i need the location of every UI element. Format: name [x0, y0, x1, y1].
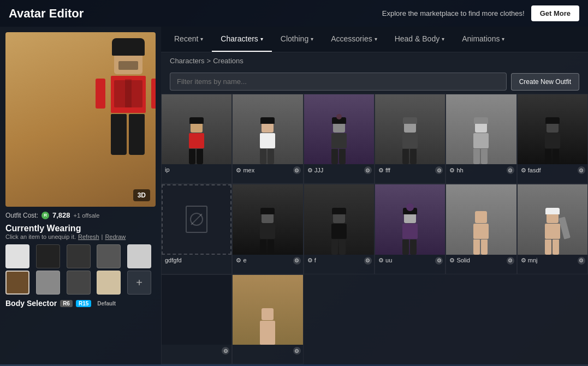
outfit-card-extra[interactable]: ⚙ — [161, 274, 232, 364]
gear-icon-hh[interactable]: ⚙ — [507, 166, 514, 174]
outfit-cost-label: Outfit Cost: — [5, 212, 38, 219]
outfit-thumb-jjj — [304, 94, 374, 164]
gear-icon-fff[interactable]: ⚙ — [435, 166, 443, 174]
gear-icon-fasdf[interactable]: ⚙ — [578, 166, 585, 174]
outfit-card-solid[interactable]: ⚙ Solid ⚙ — [446, 184, 516, 274]
breadcrumb-separator: > — [207, 57, 211, 65]
right-arm — [151, 79, 156, 109]
outfit-card-fff[interactable]: ⚙ fff ⚙ — [375, 94, 446, 184]
worn-item-3[interactable] — [67, 244, 91, 268]
tab-accessories-label: Accessories — [331, 34, 372, 43]
worn-item-7[interactable] — [36, 271, 60, 295]
default-badge: Default — [94, 300, 118, 307]
worn-items-grid: + — [5, 244, 156, 295]
breadcrumb: Characters > Creations — [161, 52, 588, 69]
outfit-label-e: ⚙ e ⚙ — [233, 255, 302, 267]
outfit-thumb-f — [304, 184, 374, 254]
outfit-thumb-extra — [162, 275, 231, 345]
tab-head-body-chevron: ▾ — [442, 36, 444, 42]
outfit-card-gdfgfd[interactable]: gdfgfd — [161, 184, 232, 274]
outfit-card-row3-1[interactable]: ⚙ — [232, 274, 303, 364]
outfit-cost-value: 7,828 — [52, 211, 70, 219]
outfit-label-ip: ip — [162, 164, 231, 175]
top-bar-right: Explore the marketplace to find more clo… — [382, 5, 579, 21]
left-arm — [96, 79, 105, 109]
worn-item-9[interactable] — [97, 271, 121, 295]
tab-head-body[interactable]: Head & Body ▾ — [386, 27, 454, 52]
outfit-card-uu[interactable]: ⚙ uu ⚙ — [375, 184, 446, 274]
outfit-label-jjj: ⚙ JJJ ⚙ — [304, 164, 374, 176]
outfit-card-mnj[interactable]: ⚙ mnj ⚙ — [517, 184, 588, 274]
outfit-thumb-fasdf — [518, 94, 587, 164]
head — [114, 46, 142, 74]
outfit-label-fasdf: ⚙ fasdf ⚙ — [518, 164, 587, 176]
gear-icon-row3-1[interactable]: ⚙ — [293, 347, 301, 355]
gear-icon-e[interactable]: ⚙ — [293, 257, 301, 265]
outfit-label-hh: ⚙ hh ⚙ — [446, 164, 516, 176]
outfits-grid: ip — [161, 94, 588, 364]
worn-item-5[interactable] — [127, 244, 151, 268]
gear-icon-mnj[interactable]: ⚙ — [578, 257, 585, 265]
redraw-link[interactable]: Redraw — [105, 233, 126, 240]
torso — [111, 76, 146, 113]
outfit-card-mex[interactable]: ⚙ mex ⚙ — [232, 94, 303, 184]
tab-clothing[interactable]: Clothing ▾ — [272, 27, 322, 52]
gear-icon-solid[interactable]: ⚙ — [507, 257, 514, 265]
worn-item-8[interactable] — [67, 271, 91, 295]
outfit-thumb-row3-1 — [233, 275, 302, 345]
currently-wearing-section: Currently Wearing Click an item to unequ… — [5, 224, 156, 240]
outfit-label-extra: ⚙ — [162, 345, 231, 357]
tab-recent-chevron: ▾ — [200, 36, 203, 42]
worn-item-2[interactable] — [36, 244, 60, 268]
legs — [111, 114, 146, 155]
tab-animations-chevron: ▾ — [502, 36, 504, 42]
outfit-thumb-hh — [446, 94, 516, 164]
filter-input[interactable] — [170, 73, 507, 91]
top-bar: Avatar Editor Explore the marketplace to… — [0, 0, 588, 27]
marketplace-text: Explore the marketplace to find more clo… — [382, 9, 525, 17]
outfit-thumb-mex — [233, 94, 302, 164]
avatar-figure — [101, 46, 156, 182]
outfit-card-jjj[interactable]: ⚙ JJJ ⚙ — [304, 94, 375, 184]
breadcrumb-parent[interactable]: Characters — [170, 57, 205, 65]
gear-icon-extra[interactable]: ⚙ — [222, 347, 229, 355]
outfit-card-fasdf[interactable]: ⚙ fasdf ⚙ — [517, 94, 588, 184]
outfit-label-fff: ⚙ fff ⚙ — [375, 164, 445, 176]
add-item-slot[interactable]: + — [127, 271, 151, 295]
tab-accessories[interactable]: Accessories ▾ — [322, 27, 385, 52]
gear-icon-mex[interactable]: ⚙ — [293, 166, 301, 174]
torso-stripe — [125, 79, 132, 107]
gear-icon-f[interactable]: ⚙ — [364, 257, 372, 265]
worn-item-1[interactable] — [5, 244, 29, 268]
app-title: Avatar Editor — [9, 7, 84, 21]
refresh-link[interactable]: Refresh — [78, 233, 99, 240]
currently-wearing-title: Currently Wearing — [5, 224, 156, 233]
worn-item-6[interactable] — [5, 271, 29, 295]
r15-badge[interactable]: R15 — [76, 300, 91, 307]
tab-clothing-chevron: ▾ — [311, 36, 313, 42]
tab-animations[interactable]: Animations ▾ — [453, 27, 513, 52]
get-more-button[interactable]: Get More — [531, 5, 579, 21]
outfit-thumb-fff — [375, 94, 445, 164]
left-panel: 3D Outfit Cost: R 7,828 +1 offsale Curre… — [0, 27, 161, 364]
outfit-card-f[interactable]: ⚙ f ⚙ — [304, 184, 375, 274]
outfit-label-uu: ⚙ uu ⚙ — [375, 255, 445, 267]
outfit-thumb-solid — [446, 184, 516, 254]
gear-icon-jjj[interactable]: ⚙ — [364, 166, 372, 174]
tab-characters-chevron: ▾ — [260, 36, 263, 42]
tab-characters[interactable]: Characters ▾ — [212, 27, 271, 52]
outfit-card-hh[interactable]: ⚙ hh ⚙ — [446, 94, 516, 184]
r6-badge[interactable]: R6 — [60, 300, 73, 307]
worn-item-4[interactable] — [97, 244, 121, 268]
wearing-subtitle-text: Click an item to unequip it. — [5, 233, 76, 240]
create-outfit-button[interactable]: Create New Outfit — [511, 73, 579, 91]
robux-icon: R — [41, 212, 49, 219]
main-layout: 3D Outfit Cost: R 7,828 +1 offsale Curre… — [0, 27, 588, 364]
outfit-card-e[interactable]: ⚙ e ⚙ — [232, 184, 303, 274]
view-badge-3d[interactable]: 3D — [133, 189, 150, 201]
tab-recent[interactable]: Recent ▾ — [165, 27, 212, 52]
outfit-thumb-mnj — [518, 184, 587, 254]
body-selector-title: Body Selector — [5, 299, 57, 308]
gear-icon-uu[interactable]: ⚙ — [435, 257, 443, 265]
outfit-card-ip[interactable]: ip — [161, 94, 232, 184]
